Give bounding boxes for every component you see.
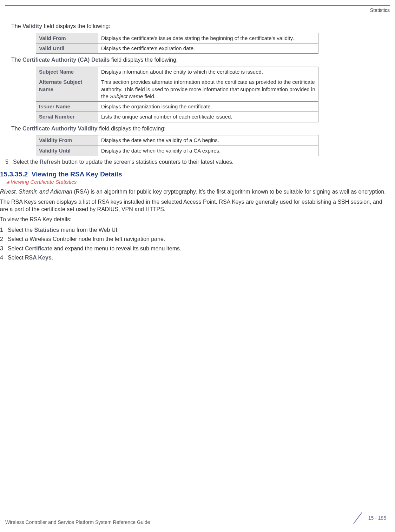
- step-3: 3 Select Certificate and expand the menu…: [0, 245, 390, 252]
- table-row: Alternate Subject Name This section prov…: [36, 77, 318, 102]
- italic-term: Rivest, Shamir, and Adleman: [0, 189, 72, 195]
- table-row: Valid Until Displays the certificate's e…: [36, 43, 318, 54]
- table-row: Valid From Displays the certificate's is…: [36, 33, 318, 43]
- text: The: [11, 23, 22, 29]
- text: The: [11, 57, 22, 63]
- text: Select: [8, 245, 25, 251]
- table-row: Validity Until Displays the date when th…: [36, 146, 318, 156]
- page-number: 15 - 185: [368, 515, 386, 521]
- header-section: Statistics: [0, 6, 395, 20]
- field-label: Alternate Subject Name: [36, 77, 98, 102]
- ca-validity-intro: The Certificate Authority Validity field…: [11, 125, 390, 133]
- italic-term: Subject Name: [110, 93, 143, 99]
- field-desc: This section provides alternate informat…: [98, 77, 318, 102]
- step-text: Select a Wireless Controller node from t…: [8, 235, 165, 243]
- text: and expand the menu to reveal its sub me…: [52, 245, 181, 251]
- rsa-para-1: Rivest, Shamir, and Adleman (RSA) is an …: [0, 188, 390, 196]
- step-text: Select RSA Keys.: [8, 254, 53, 262]
- step-number: 1: [0, 227, 8, 233]
- field-desc: Lists the unique serial number of each c…: [98, 112, 318, 122]
- text: The: [11, 126, 22, 132]
- field-label: Issuer Name: [36, 102, 98, 112]
- step-text: Select Certificate and expand the menu t…: [8, 245, 182, 252]
- field-label: Validity From: [36, 135, 98, 146]
- text: Select: [8, 255, 25, 261]
- field-label: Validity Until: [36, 146, 98, 156]
- table-row: Subject Name Displays information about …: [36, 67, 318, 77]
- field-desc: Displays the certificate's issue date st…: [98, 33, 318, 43]
- field-desc: Displays information about the entity to…: [98, 67, 318, 77]
- bold-term: Certificate Authority (CA) Details: [22, 57, 110, 63]
- rsa-para-3: To view the RSA Key details:: [0, 216, 390, 223]
- validity-intro: The Validity field displays the followin…: [11, 23, 390, 30]
- field-desc: Displays the date when the validity of a…: [98, 146, 318, 156]
- step-2: 2 Select a Wireless Controller node from…: [0, 235, 390, 243]
- field-label: Valid Until: [36, 43, 98, 54]
- bold-term: Validity: [22, 23, 42, 29]
- field-desc: Displays the certificate's expiration da…: [98, 43, 318, 54]
- ca-validity-table: Validity From Displays the date when the…: [36, 135, 318, 156]
- field-label: Serial Number: [36, 112, 98, 122]
- text: .: [52, 255, 53, 261]
- field-label: Valid From: [36, 33, 98, 43]
- text: menu from the Web UI.: [59, 227, 119, 233]
- bold-term: Certificate: [25, 245, 52, 251]
- bold-term: Certificate Authority Validity: [22, 126, 98, 132]
- field-label: Subject Name: [36, 67, 98, 77]
- table-row: Validity From Displays the date when the…: [36, 135, 318, 146]
- svg-line-0: [354, 512, 362, 524]
- step-4: 4 Select RSA Keys.: [0, 254, 390, 262]
- field-desc: Displays the organization issuing the ce…: [98, 102, 318, 112]
- validity-table: Valid From Displays the certificate's is…: [36, 33, 318, 54]
- step-1: 1 Select the Statistics menu from the We…: [0, 226, 390, 234]
- table-row: Serial Number Lists the unique serial nu…: [36, 112, 318, 122]
- step-number: 5: [5, 159, 13, 165]
- bold-term: Refresh: [40, 159, 61, 165]
- field-desc: Displays the date when the validity of a…: [98, 135, 318, 146]
- ca-details-intro: The Certificate Authority (CA) Details f…: [11, 56, 390, 64]
- step-5: 5 Select the Refresh button to update th…: [5, 158, 390, 166]
- ca-details-table: Subject Name Displays information about …: [36, 67, 318, 122]
- text: field displays the following:: [110, 57, 178, 63]
- section-heading: 15.3.35.2 Viewing the RSA Key Details: [0, 170, 390, 178]
- page-footer: Wireless Controller and Service Platform…: [0, 511, 395, 525]
- text: field.: [143, 93, 156, 99]
- step-number: 4: [0, 255, 8, 261]
- text: button to update the screen's statistics…: [60, 159, 233, 165]
- bold-term: RSA Keys: [25, 255, 52, 261]
- rsa-para-2: The RSA Keys screen displays a list of R…: [0, 198, 390, 213]
- table-row: Issuer Name Displays the organization is…: [36, 102, 318, 112]
- section-title: Viewing the RSA Key Details: [32, 170, 122, 178]
- breadcrumb-link[interactable]: ◢ Viewing Certificate Statistics: [6, 179, 390, 185]
- footer-slash-icon: [351, 511, 365, 525]
- step-text: Select the Statistics menu from the Web …: [8, 226, 119, 234]
- arrow-icon: ◢: [6, 180, 9, 184]
- text: field displays the following:: [98, 126, 166, 132]
- text: field displays the following:: [42, 23, 110, 29]
- text: Select the: [8, 227, 34, 233]
- text: Select the: [13, 159, 40, 165]
- step-number: 3: [0, 245, 8, 252]
- section-number: 15.3.35.2: [0, 170, 28, 178]
- footer-guide-title: Wireless Controller and Service Platform…: [5, 519, 150, 525]
- bold-term: Statistics: [34, 227, 59, 233]
- step-text: Select the Refresh button to update the …: [13, 158, 233, 166]
- text: (RSA) is an algorithm for public key cry…: [72, 189, 386, 195]
- breadcrumb-text: Viewing Certificate Statistics: [11, 179, 77, 185]
- step-number: 2: [0, 236, 8, 242]
